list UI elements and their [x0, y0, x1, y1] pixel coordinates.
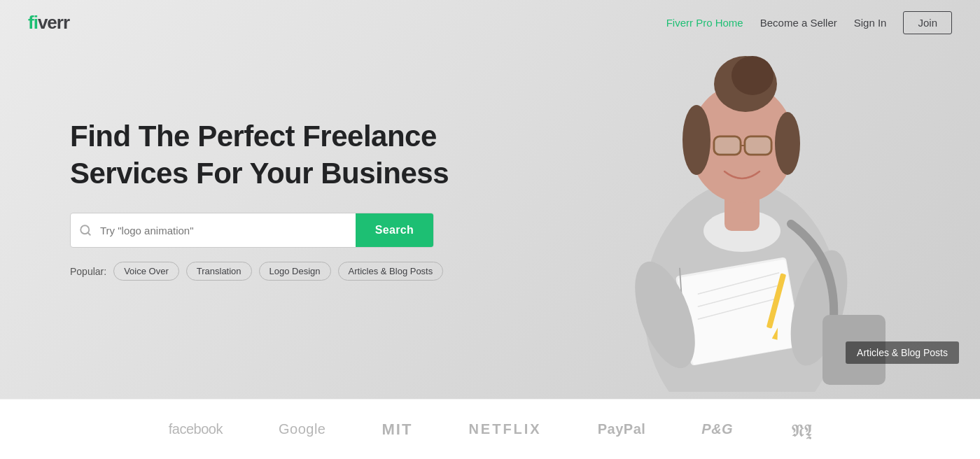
nav-right: Fiverr Pro Home Become a Seller Sign In … — [666, 11, 952, 34]
brand-pg: P&G — [701, 421, 733, 437]
brand-ny: 𝔑𝔜 — [789, 418, 811, 441]
popular-tag-translation[interactable]: Translation — [186, 262, 252, 281]
fiverr-logo: fiverr — [28, 12, 69, 34]
brands-bar: facebook Google MIT NETFLIX PayPal P&G 𝔑… — [0, 399, 980, 459]
popular-label: Popular: — [70, 266, 106, 277]
popular-tag-logo-design[interactable]: Logo Design — [259, 262, 331, 281]
hero-section: Find The Perfect Freelance Services For … — [0, 0, 980, 399]
hero-person-image — [574, 14, 910, 392]
brand-mit: MIT — [382, 421, 412, 439]
brand-facebook: facebook — [169, 421, 223, 437]
nav-become-seller[interactable]: Become a Seller — [760, 17, 837, 29]
svg-rect-11 — [715, 137, 740, 154]
svg-point-7 — [775, 112, 800, 175]
popular-tags-row: Popular: Voice Over Translation Logo Des… — [70, 262, 476, 281]
hero-content: Find The Perfect Freelance Services For … — [0, 0, 476, 399]
search-bar: Search — [70, 213, 434, 248]
popular-tag-articles[interactable]: Articles & Blog Posts — [338, 262, 444, 281]
svg-point-5 — [732, 56, 774, 95]
nav-join-button[interactable]: Join — [903, 11, 952, 34]
search-button[interactable]: Search — [356, 213, 433, 248]
brand-netflix: NETFLIX — [468, 421, 541, 437]
search-icon — [71, 224, 100, 236]
svg-text:𝔑𝔜: 𝔑𝔜 — [792, 422, 811, 440]
popular-tag-voice-over[interactable]: Voice Over — [113, 262, 179, 281]
svg-point-6 — [682, 105, 710, 175]
nav-pro-home[interactable]: Fiverr Pro Home — [666, 17, 743, 29]
navbar: fiverr Fiverr Pro Home Become a Seller S… — [0, 0, 980, 45]
hero-headline: Find The Perfect Freelance Services For … — [70, 118, 476, 192]
brand-google: Google — [279, 421, 326, 437]
nav-sign-in[interactable]: Sign In — [854, 17, 887, 29]
search-input[interactable] — [100, 225, 356, 236]
articles-badge: Articles & Blog Posts — [846, 341, 959, 364]
brand-paypal: PayPal — [598, 421, 646, 437]
svg-rect-12 — [746, 137, 771, 154]
svg-line-25 — [88, 232, 90, 234]
